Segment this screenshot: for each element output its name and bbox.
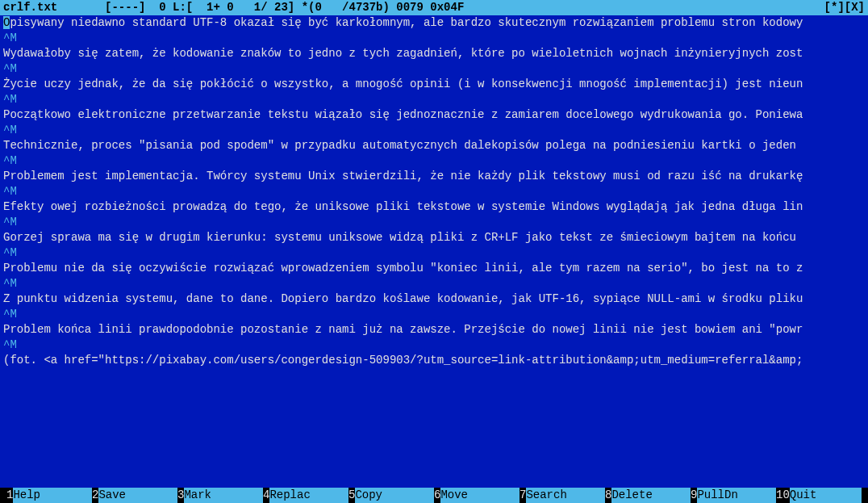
control-char: ^M bbox=[3, 154, 17, 167]
editor-line[interactable]: Początkowo elektroniczne przetwarzanie t… bbox=[3, 107, 865, 123]
menu-label: Quit bbox=[790, 488, 862, 503]
function-key-bar: 1Help2Save3Mark4Replac5Copy6Move7Search8… bbox=[0, 488, 868, 503]
editor-line[interactable]: ^M bbox=[3, 61, 865, 77]
title-right[interactable]: [*][X] bbox=[824, 0, 865, 15]
menu-label: Move bbox=[440, 488, 520, 503]
menu-number: 7 bbox=[520, 488, 526, 503]
editor-line[interactable]: ^M bbox=[3, 337, 865, 353]
menu-number: 8 bbox=[605, 488, 611, 503]
editor-area[interactable]: Opisywany niedawno standard UTF-8 okazał… bbox=[0, 15, 868, 488]
menu-label: Mark bbox=[184, 488, 263, 503]
control-char: ^M bbox=[3, 185, 17, 198]
editor-line[interactable]: (fot. <a href="https://pixabay.com/users… bbox=[3, 353, 865, 368]
menu-label: Copy bbox=[355, 488, 434, 503]
editor-line[interactable]: Życie uczy jednak, że da się pokłócić o … bbox=[3, 77, 865, 92]
editor-line[interactable]: ^M bbox=[3, 184, 865, 199]
editor-line[interactable]: Efekty owej rozbieżności prowadzą do teg… bbox=[3, 199, 865, 215]
editor-line[interactable]: ^M bbox=[3, 215, 865, 230]
menu-item-quit[interactable]: 10Quit bbox=[776, 488, 862, 503]
editor-line[interactable]: Gorzej sprawa ma się w drugim kierunku: … bbox=[3, 230, 865, 245]
menu-item-help[interactable]: 1Help bbox=[6, 488, 92, 503]
menu-number: 4 bbox=[263, 488, 269, 503]
menu-item-search[interactable]: 7Search bbox=[520, 488, 605, 503]
menu-item-move[interactable]: 6Move bbox=[434, 488, 520, 503]
menu-item-mark[interactable]: 3Mark bbox=[177, 488, 263, 503]
menu-item-replac[interactable]: 4Replac bbox=[263, 488, 348, 503]
menu-item-copy[interactable]: 5Copy bbox=[348, 488, 434, 503]
control-char: ^M bbox=[3, 93, 17, 106]
control-char: ^M bbox=[3, 216, 17, 228]
menu-number: 5 bbox=[348, 488, 355, 503]
menu-number: 2 bbox=[92, 488, 98, 503]
editor-line[interactable]: Problem końca linii prawdopodobnie pozos… bbox=[3, 322, 865, 337]
menu-number: 3 bbox=[177, 488, 184, 503]
menu-label: Delete bbox=[611, 488, 691, 503]
title-left: crlf.txt [----] 0 L:[ 1+ 0 1/ 23] *(0 /4… bbox=[3, 0, 464, 15]
editor-line[interactable]: Problemem jest implementacja. Twórcy sys… bbox=[3, 169, 865, 184]
editor-line[interactable]: ^M bbox=[3, 276, 865, 291]
menu-label: Save bbox=[98, 488, 177, 503]
editor-line[interactable]: Wydawałoby się zatem, że kodowanie znakó… bbox=[3, 46, 865, 61]
editor-line[interactable]: ^M bbox=[3, 307, 865, 322]
menu-label: Search bbox=[526, 488, 605, 503]
editor-line[interactable]: ^M bbox=[3, 92, 865, 107]
control-char: ^M bbox=[3, 31, 17, 44]
editor-line[interactable]: ^M bbox=[3, 245, 865, 261]
editor-line[interactable]: Technicznie, proces "pisania pod spodem"… bbox=[3, 138, 865, 153]
menu-label: Replac bbox=[269, 488, 348, 503]
editor-line[interactable]: Z punktu widzenia systemu, dane to dane.… bbox=[3, 291, 865, 307]
control-char: ^M bbox=[3, 246, 17, 259]
editor-line[interactable]: ^M bbox=[3, 31, 865, 46]
menu-label: PullDn bbox=[697, 488, 776, 503]
menu-item-pulldn[interactable]: 9PullDn bbox=[691, 488, 776, 503]
editor-line[interactable]: Opisywany niedawno standard UTF-8 okazał… bbox=[3, 15, 865, 31]
editor-line[interactable]: Problemu nie da się oczywiście rozwiązać… bbox=[3, 261, 865, 276]
title-bar: crlf.txt [----] 0 L:[ 1+ 0 1/ 23] *(0 /4… bbox=[0, 0, 868, 15]
menu-item-delete[interactable]: 8Delete bbox=[605, 488, 691, 503]
menu-number: 1 bbox=[6, 488, 13, 503]
menu-item-save[interactable]: 2Save bbox=[92, 488, 177, 503]
control-char: ^M bbox=[3, 338, 17, 351]
editor-line[interactable]: ^M bbox=[3, 153, 865, 169]
menu-label: Help bbox=[13, 488, 92, 503]
control-char: ^M bbox=[3, 62, 17, 75]
menu-number: 6 bbox=[434, 488, 440, 503]
cursor: O bbox=[3, 16, 10, 29]
menu-number: 10 bbox=[776, 488, 790, 503]
editor-line[interactable]: ^M bbox=[3, 123, 865, 138]
control-char: ^M bbox=[3, 277, 17, 290]
control-char: ^M bbox=[3, 308, 17, 321]
control-char: ^M bbox=[3, 124, 17, 136]
menu-number: 9 bbox=[691, 488, 697, 503]
